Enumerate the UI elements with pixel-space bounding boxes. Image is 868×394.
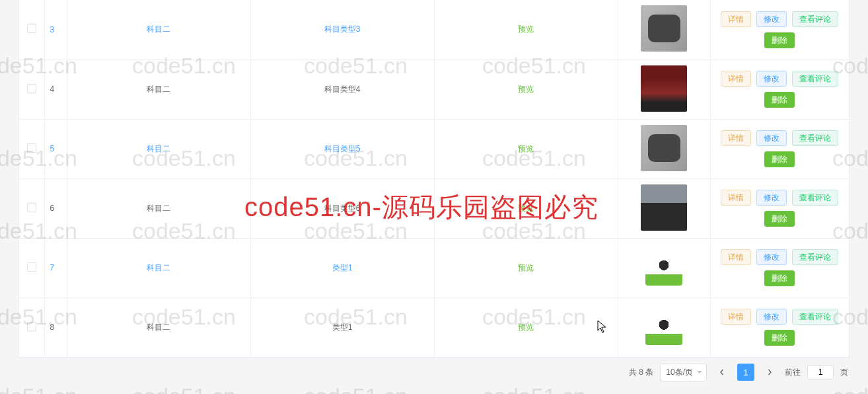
delete-button[interactable]: 删除: [764, 32, 795, 48]
subject-link[interactable]: 科目二: [147, 24, 170, 34]
next-page-button[interactable]: [761, 364, 778, 381]
pagination-bar: 共 8 条 10条/页 1 前往 页: [0, 358, 868, 387]
view-comments-button[interactable]: 查看评论: [792, 11, 838, 27]
row-checkbox[interactable]: [27, 24, 36, 33]
row-id[interactable]: 5: [50, 144, 55, 153]
edit-button[interactable]: 修改: [756, 190, 787, 206]
detail-button[interactable]: 详情: [721, 309, 751, 325]
row-id: 6: [50, 204, 55, 213]
view-comments-button[interactable]: 查看评论: [792, 130, 838, 146]
row-checkbox[interactable]: [27, 322, 36, 331]
detail-button[interactable]: 详情: [721, 130, 751, 146]
delete-button[interactable]: 删除: [764, 211, 795, 227]
type-link: 科目类型6: [324, 204, 361, 213]
subject-link[interactable]: 科目二: [147, 263, 170, 272]
edit-button[interactable]: 修改: [756, 71, 787, 87]
delete-button[interactable]: 删除: [764, 330, 795, 346]
table-row: 6 科目二 科目类型6 预览 详情 修改 查看评论 删除: [19, 178, 849, 238]
chevron-left-icon: [719, 369, 725, 375]
edit-button[interactable]: 修改: [756, 309, 787, 325]
subject-link: 科目二: [147, 323, 170, 332]
jump-page-input[interactable]: [807, 365, 834, 379]
preview-link[interactable]: 预览: [518, 144, 534, 153]
detail-button[interactable]: 详情: [721, 190, 751, 206]
subject-link: 科目二: [147, 85, 170, 94]
row-checkbox[interactable]: [27, 262, 36, 272]
preview-link[interactable]: 预览: [518, 263, 534, 272]
delete-button[interactable]: 删除: [764, 151, 795, 167]
thumbnail-image[interactable]: [641, 244, 687, 290]
thumbnail-image[interactable]: [641, 125, 687, 171]
detail-button[interactable]: 详情: [721, 11, 751, 27]
row-id: 4: [50, 85, 55, 94]
page-size-select[interactable]: 10条/页: [660, 364, 707, 381]
row-checkbox[interactable]: [27, 203, 36, 212]
total-count: 共 8 条: [629, 367, 653, 378]
type-link: 科目类型4: [324, 85, 361, 94]
thumbnail-image[interactable]: [641, 65, 687, 112]
preview-link[interactable]: 预览: [518, 204, 534, 213]
prev-page-button[interactable]: [713, 364, 731, 381]
table-row: 5 科目二 科目类型5 预览 详情 修改 查看评论 删除: [19, 119, 849, 178]
delete-button[interactable]: 删除: [764, 92, 795, 108]
page-suffix-label: 页: [840, 367, 848, 378]
type-link[interactable]: 科目类型3: [324, 24, 361, 34]
detail-button[interactable]: 详情: [721, 71, 751, 87]
thumbnail-image[interactable]: [641, 5, 687, 52]
thumbnail-image[interactable]: [641, 303, 687, 350]
edit-button[interactable]: 修改: [756, 11, 787, 27]
data-table: 3 科目二 科目类型3 预览 详情 修改 查看评论 删除 4 科目二 科目类型4…: [18, 0, 850, 358]
thumbnail-image[interactable]: [641, 184, 687, 231]
edit-button[interactable]: 修改: [756, 249, 787, 265]
row-checkbox[interactable]: [27, 143, 36, 153]
table-row: 4 科目二 科目类型4 预览 详情 修改 查看评论 删除: [19, 59, 849, 119]
row-checkbox[interactable]: [27, 84, 36, 93]
subject-link: 科目二: [147, 204, 170, 213]
delete-button[interactable]: 删除: [764, 270, 795, 286]
preview-link[interactable]: 预览: [518, 323, 534, 332]
table-row: 7 科目二 类型1 预览 详情 修改 查看评论 删除: [19, 238, 849, 297]
row-id[interactable]: 7: [50, 263, 55, 272]
table-row: 3 科目二 科目类型3 预览 详情 修改 查看评论 删除: [19, 0, 849, 59]
type-link: 类型1: [332, 323, 353, 332]
page-number-button[interactable]: 1: [737, 364, 754, 381]
view-comments-button[interactable]: 查看评论: [792, 249, 838, 265]
preview-link[interactable]: 预览: [518, 24, 534, 34]
type-link[interactable]: 类型1: [332, 263, 353, 272]
preview-link[interactable]: 预览: [518, 85, 534, 94]
view-comments-button[interactable]: 查看评论: [792, 71, 838, 87]
type-link[interactable]: 科目类型5: [324, 144, 361, 153]
subject-link[interactable]: 科目二: [147, 144, 170, 153]
chevron-right-icon: [766, 369, 773, 375]
view-comments-button[interactable]: 查看评论: [792, 309, 838, 325]
table-row: 8 科目二 类型1 预览 详情 修改 查看评论 删除: [19, 297, 849, 357]
goto-label: 前往: [785, 367, 801, 378]
view-comments-button[interactable]: 查看评论: [792, 190, 838, 206]
row-id: 8: [50, 323, 55, 332]
row-id[interactable]: 3: [50, 25, 55, 34]
detail-button[interactable]: 详情: [721, 249, 751, 265]
edit-button[interactable]: 修改: [756, 130, 787, 146]
